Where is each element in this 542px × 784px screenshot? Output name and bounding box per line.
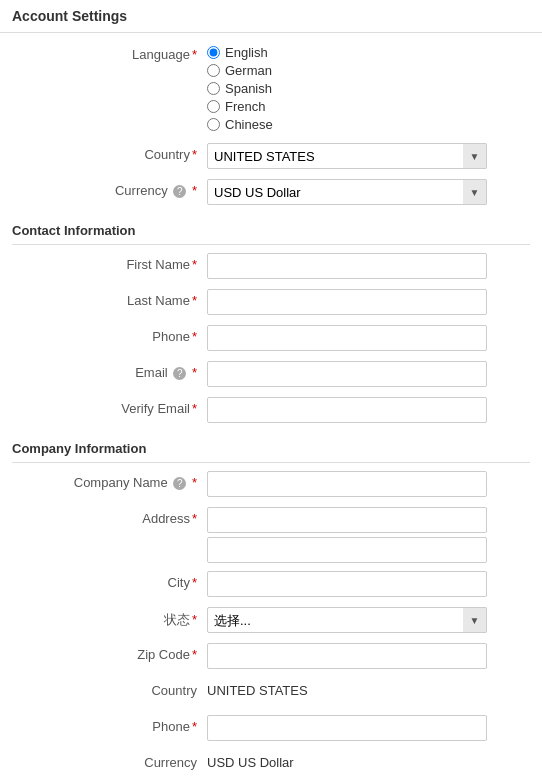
phone-label: Phone*	[12, 325, 207, 344]
verify-email-control	[207, 397, 487, 423]
address-line2-input[interactable]	[207, 537, 487, 563]
first-name-required: *	[192, 257, 197, 272]
contact-section-header: Contact Information	[12, 215, 530, 245]
last-name-row: Last Name*	[12, 289, 530, 317]
verify-email-input[interactable]	[207, 397, 487, 423]
country-select[interactable]: UNITED STATES	[207, 143, 487, 169]
company-phone-label: Phone*	[12, 715, 207, 734]
company-name-help-icon[interactable]: ?	[173, 477, 186, 490]
company-section-header: Company Information	[12, 433, 530, 463]
email-row: Email ? *	[12, 361, 530, 389]
country-row: Country* UNITED STATES ▼	[12, 143, 530, 171]
state-row: 状态* 选择... ▼	[12, 607, 530, 635]
account-settings-section: Language* English German Spanish French	[0, 43, 542, 779]
country-select-wrapper: UNITED STATES ▼	[207, 143, 487, 169]
email-help-icon[interactable]: ?	[173, 367, 186, 380]
city-control	[207, 571, 487, 597]
zip-code-input[interactable]	[207, 643, 487, 669]
company-name-input[interactable]	[207, 471, 487, 497]
country-required: *	[192, 147, 197, 162]
company-country-label: Country	[12, 679, 207, 698]
language-radio-spanish[interactable]	[207, 82, 220, 95]
city-input[interactable]	[207, 571, 487, 597]
company-currency-value: USD US Dollar	[207, 751, 487, 770]
language-required: *	[192, 47, 197, 62]
language-radio-french[interactable]	[207, 100, 220, 113]
city-row: City*	[12, 571, 530, 599]
company-name-required: *	[192, 475, 197, 490]
address-row: Address*	[12, 507, 530, 563]
currency-label: Currency ? *	[12, 179, 207, 198]
last-name-label: Last Name*	[12, 289, 207, 308]
zip-code-label: Zip Code*	[12, 643, 207, 662]
country-control: UNITED STATES ▼	[207, 143, 487, 169]
address-control	[207, 507, 487, 563]
last-name-control	[207, 289, 487, 315]
address-required: *	[192, 511, 197, 526]
language-label-english: English	[225, 45, 268, 60]
language-label-spanish: Spanish	[225, 81, 272, 96]
zip-code-row: Zip Code*	[12, 643, 530, 671]
email-required: *	[192, 365, 197, 380]
account-settings-page: Account Settings Language* English Germa…	[0, 0, 542, 784]
language-label: Language*	[12, 43, 207, 62]
currency-control: USD US Dollar ▼	[207, 179, 487, 205]
verify-email-label: Verify Email*	[12, 397, 207, 416]
state-control: 选择... ▼	[207, 607, 487, 633]
company-name-row: Company Name ? *	[12, 471, 530, 499]
company-country-row: Country UNITED STATES	[12, 679, 530, 707]
email-control	[207, 361, 487, 387]
currency-row: Currency ? * USD US Dollar ▼	[12, 179, 530, 207]
language-radio-chinese[interactable]	[207, 118, 220, 131]
first-name-input[interactable]	[207, 253, 487, 279]
email-label: Email ? *	[12, 361, 207, 380]
country-label: Country*	[12, 143, 207, 162]
page-title: Account Settings	[0, 0, 542, 33]
currency-select-wrapper: USD US Dollar ▼	[207, 179, 487, 205]
phone-input[interactable]	[207, 325, 487, 351]
language-row: Language* English German Spanish French	[12, 43, 530, 135]
company-name-control	[207, 471, 487, 497]
city-required: *	[192, 575, 197, 590]
company-phone-row: Phone*	[12, 715, 530, 743]
company-currency-row: Currency USD US Dollar	[12, 751, 530, 779]
company-country-value: UNITED STATES	[207, 679, 487, 698]
phone-row: Phone*	[12, 325, 530, 353]
language-option-chinese[interactable]: Chinese	[207, 117, 487, 132]
currency-required: *	[192, 183, 197, 198]
first-name-label: First Name*	[12, 253, 207, 272]
language-option-spanish[interactable]: Spanish	[207, 81, 487, 96]
company-name-label: Company Name ? *	[12, 471, 207, 490]
first-name-row: First Name*	[12, 253, 530, 281]
language-label-french: French	[225, 99, 265, 114]
state-select-wrapper: 选择... ▼	[207, 607, 487, 633]
currency-select[interactable]: USD US Dollar	[207, 179, 487, 205]
currency-help-icon[interactable]: ?	[173, 185, 186, 198]
last-name-input[interactable]	[207, 289, 487, 315]
company-currency-label: Currency	[12, 751, 207, 770]
address-line1-input[interactable]	[207, 507, 487, 533]
phone-control	[207, 325, 487, 351]
email-input[interactable]	[207, 361, 487, 387]
phone-required: *	[192, 329, 197, 344]
city-label: City*	[12, 571, 207, 590]
zip-code-required: *	[192, 647, 197, 662]
state-label: 状态*	[12, 607, 207, 629]
language-option-german[interactable]: German	[207, 63, 487, 78]
first-name-control	[207, 253, 487, 279]
company-phone-control	[207, 715, 487, 741]
company-phone-input[interactable]	[207, 715, 487, 741]
language-label-german: German	[225, 63, 272, 78]
address-label: Address*	[12, 507, 207, 526]
language-options: English German Spanish French Chinese	[207, 43, 487, 135]
language-option-english[interactable]: English	[207, 45, 487, 60]
language-radio-english[interactable]	[207, 46, 220, 59]
company-phone-required: *	[192, 719, 197, 734]
last-name-required: *	[192, 293, 197, 308]
language-option-french[interactable]: French	[207, 99, 487, 114]
state-select[interactable]: 选择...	[207, 607, 487, 633]
state-required: *	[192, 612, 197, 627]
language-radio-german[interactable]	[207, 64, 220, 77]
zip-code-control	[207, 643, 487, 669]
verify-email-required: *	[192, 401, 197, 416]
